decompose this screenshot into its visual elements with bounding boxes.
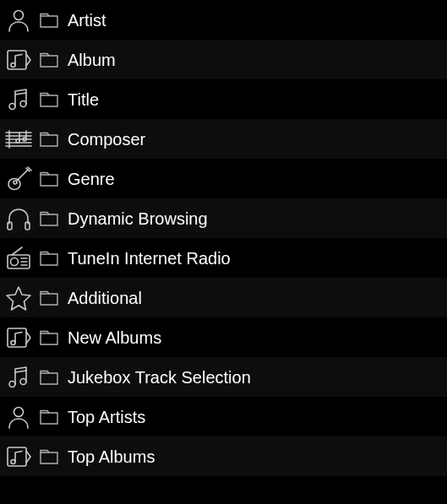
menu-item-label: Top Albums: [68, 448, 155, 465]
menu-item-label: Dynamic Browsing: [68, 210, 208, 227]
folder-icon: [39, 169, 59, 189]
guitar-icon: [5, 165, 32, 192]
menu-item-genre[interactable]: Genre: [0, 159, 447, 198]
menu-item-label: Artist: [68, 12, 106, 29]
folder-icon: [39, 367, 59, 387]
album-icon: [5, 324, 32, 351]
menu-item-label: Top Artists: [68, 409, 145, 425]
menu-item-label: New Albums: [68, 329, 161, 346]
menu-item-additional[interactable]: Additional: [0, 278, 447, 317]
note-icon: [5, 86, 32, 113]
folder-icon: [39, 89, 59, 110]
folder-icon: [39, 288, 59, 308]
menu-item-artist[interactable]: Artist: [0, 0, 447, 40]
menu-item-dynamic-browsing[interactable]: Dynamic Browsing: [0, 198, 447, 238]
menu-item-top-artists[interactable]: Top Artists: [0, 397, 447, 436]
menu-item-jukebox[interactable]: Jukebox Track Selection: [0, 357, 447, 397]
menu-item-label: Jukebox Track Selection: [68, 369, 251, 386]
menu-item-label: Album: [68, 51, 116, 68]
menu-item-label: Composer: [68, 131, 145, 148]
album-icon: [5, 46, 32, 73]
folder-icon: [39, 407, 59, 427]
menu-item-new-albums[interactable]: New Albums: [0, 317, 447, 357]
folder-icon: [39, 10, 59, 30]
headphones-icon: [5, 205, 32, 232]
menu-item-label: Title: [68, 91, 99, 108]
star-icon: [5, 285, 32, 312]
menu-item-composer[interactable]: Composer: [0, 119, 447, 159]
menu-item-label: Additional: [68, 290, 142, 306]
music-menu-list: Artist Album Title Composer Genre Dynami…: [0, 0, 447, 476]
menu-item-label: Genre: [68, 171, 115, 187]
menu-item-label: TuneIn Internet Radio: [68, 250, 231, 267]
menu-item-album[interactable]: Album: [0, 40, 447, 79]
folder-icon: [39, 50, 59, 70]
folder-icon: [39, 129, 59, 149]
album-icon: [5, 443, 32, 470]
radio-icon: [5, 245, 32, 272]
menu-item-tunein-radio[interactable]: TuneIn Internet Radio: [0, 238, 447, 278]
menu-item-title[interactable]: Title: [0, 79, 447, 119]
staff-icon: [5, 126, 32, 153]
folder-icon: [39, 447, 59, 467]
person-icon: [5, 404, 32, 431]
folder-icon: [39, 328, 59, 348]
folder-icon: [39, 248, 59, 268]
folder-icon: [39, 209, 59, 229]
note-icon: [5, 364, 32, 391]
menu-item-top-albums[interactable]: Top Albums: [0, 436, 447, 476]
person-icon: [5, 7, 32, 34]
